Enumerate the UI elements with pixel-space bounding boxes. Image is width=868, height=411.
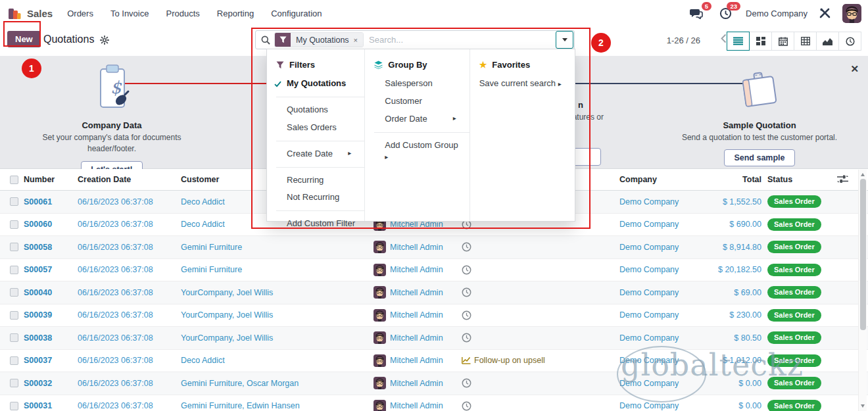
customer-link[interactable]: YourCompany, Joel Willis xyxy=(181,333,273,343)
group-by-customer[interactable]: Customer xyxy=(365,93,469,110)
company-link[interactable]: Demo Company xyxy=(619,265,679,274)
customer-link[interactable]: Gemini Furniture xyxy=(181,265,242,274)
quotation-number-link[interactable]: S00060 xyxy=(24,220,52,229)
header-number[interactable]: Number xyxy=(18,175,74,184)
graph-view-button[interactable] xyxy=(816,32,839,51)
company-link[interactable]: Demo Company xyxy=(619,333,679,343)
row-checkbox[interactable] xyxy=(10,356,18,365)
send-sample-button[interactable]: Send sample xyxy=(724,149,794,166)
calendar-view-button[interactable] xyxy=(771,32,794,51)
row-checkbox[interactable] xyxy=(10,266,18,274)
salesperson-link[interactable]: Mitchell Admin xyxy=(390,379,443,388)
table-row[interactable]: S00037 06/16/2023 06:37:08 Deco Addict xyxy=(0,350,868,373)
menu-to-invoice[interactable]: To Invoice xyxy=(110,9,149,18)
table-row[interactable]: S00032 06/16/2023 06:37:08 Gemini Furnit… xyxy=(0,372,868,395)
company-link[interactable]: Demo Company xyxy=(619,220,679,229)
activity-clock-icon[interactable] xyxy=(462,310,471,320)
customer-link[interactable]: Gemini Furniture, Edwin Hansen xyxy=(181,401,300,410)
user-avatar[interactable] xyxy=(842,4,861,23)
customer-link[interactable]: Deco Addict xyxy=(181,220,225,229)
company-link[interactable]: Demo Company xyxy=(619,197,679,206)
close-icon[interactable]: ✕ xyxy=(850,64,859,74)
messages-button[interactable]: 5 xyxy=(688,6,705,20)
table-row[interactable]: S00039 06/16/2023 06:37:08 YourCompany, … xyxy=(0,304,868,327)
filter-recurring[interactable]: Recurring xyxy=(267,172,364,189)
header-total[interactable]: Total xyxy=(702,175,761,184)
customer-link[interactable]: YourCompany, Joel Willis xyxy=(181,310,273,320)
customer-link[interactable]: YourCompany, Joel Willis xyxy=(181,288,273,297)
filter-quotations[interactable]: Quotations xyxy=(267,101,364,119)
facet-remove-icon[interactable]: × xyxy=(354,36,358,44)
row-checkbox[interactable] xyxy=(10,379,18,387)
customer-link[interactable]: Gemini Furniture xyxy=(181,243,242,252)
row-checkbox[interactable] xyxy=(10,220,18,229)
scroll-up-icon[interactable] xyxy=(861,173,865,176)
company-link[interactable]: Demo Company xyxy=(619,379,679,388)
salesperson-link[interactable]: Mitchell Admin xyxy=(390,356,443,365)
header-status[interactable]: Status xyxy=(761,175,834,184)
company-link[interactable]: Demo Company xyxy=(619,356,679,365)
save-current-search[interactable]: Save current search ▸ xyxy=(470,75,575,93)
scroll-down-icon[interactable] xyxy=(861,404,865,408)
group-by-salesperson[interactable]: Salesperson xyxy=(365,75,469,93)
quotation-number-link[interactable]: S00031 xyxy=(24,401,52,410)
table-row[interactable]: S00031 06/16/2023 06:37:08 Gemini Furnit… xyxy=(0,395,868,411)
quotation-number-link[interactable]: S00058 xyxy=(24,243,52,252)
menu-orders[interactable]: Orders xyxy=(67,9,93,18)
app-switcher[interactable]: Sales xyxy=(8,7,53,20)
filter-not-recurring[interactable]: Not Recurring xyxy=(267,189,364,206)
activity-clock-icon[interactable] xyxy=(462,333,471,343)
filter-sales-orders[interactable]: Sales Orders xyxy=(267,119,364,137)
activity-label[interactable]: Follow-up on upsell xyxy=(462,356,545,365)
company-link[interactable]: Demo Company xyxy=(619,310,679,320)
quotation-number-link[interactable]: S00037 xyxy=(24,356,52,365)
header-creation-date[interactable]: Creation Date xyxy=(74,175,176,184)
table-row[interactable]: S00040 06/16/2023 06:37:08 YourCompany, … xyxy=(0,281,868,304)
salesperson-link[interactable]: Mitchell Admin xyxy=(390,288,443,297)
quotation-number-link[interactable]: S00040 xyxy=(24,288,52,297)
menu-products[interactable]: Products xyxy=(166,9,199,18)
row-checkbox[interactable] xyxy=(10,197,18,206)
activities-button[interactable]: 23 xyxy=(717,6,734,20)
quotation-number-link[interactable]: S00038 xyxy=(24,333,52,343)
table-scrollbar[interactable] xyxy=(858,170,867,411)
new-button[interactable]: New xyxy=(7,31,41,47)
salesperson-link[interactable]: Mitchell Admin xyxy=(390,265,443,274)
quotation-number-link[interactable]: S00057 xyxy=(24,265,52,274)
list-view-button[interactable] xyxy=(727,32,750,51)
activity-clock-icon[interactable] xyxy=(462,378,471,388)
add-custom-filter[interactable]: Add Custom Filter xyxy=(267,215,364,233)
activity-clock-icon[interactable] xyxy=(462,287,471,297)
menu-configuration[interactable]: Configuration xyxy=(271,9,322,18)
table-row[interactable]: S00058 06/16/2023 06:37:08 Gemini Furnit… xyxy=(0,236,868,259)
activity-view-button[interactable] xyxy=(838,32,861,51)
company-switcher[interactable]: Demo Company xyxy=(746,9,808,18)
quotation-number-link[interactable]: S00061 xyxy=(24,197,52,206)
activity-clock-icon[interactable] xyxy=(462,242,471,252)
quotation-number-link[interactable]: S00039 xyxy=(24,310,52,320)
salesperson-link[interactable]: Mitchell Admin xyxy=(390,333,443,343)
kanban-view-button[interactable] xyxy=(749,32,772,51)
row-checkbox[interactable] xyxy=(10,243,18,251)
row-checkbox[interactable] xyxy=(10,311,18,320)
salesperson-link[interactable]: Mitchell Admin xyxy=(390,243,443,252)
row-checkbox[interactable] xyxy=(10,288,18,297)
customer-link[interactable]: Gemini Furniture, Oscar Morgan xyxy=(181,379,299,388)
quotation-number-link[interactable]: S00032 xyxy=(24,379,52,388)
row-checkbox[interactable] xyxy=(10,333,18,342)
header-company[interactable]: Company xyxy=(604,175,702,184)
select-all-checkbox[interactable] xyxy=(10,176,18,184)
gear-icon[interactable] xyxy=(100,36,109,45)
activity-clock-icon[interactable] xyxy=(462,401,471,411)
column-options-icon[interactable] xyxy=(837,174,848,187)
scrollbar-thumb[interactable] xyxy=(860,179,866,330)
table-row[interactable]: S00057 06/16/2023 06:37:08 Gemini Furnit… xyxy=(0,259,868,282)
add-custom-group[interactable]: Add Custom Group ▸ xyxy=(365,137,469,166)
filter-my-quotations[interactable]: My Quotations xyxy=(267,75,364,93)
group-by-order-date[interactable]: Order Date▸ xyxy=(365,110,469,128)
filter-create-date[interactable]: Create Date▸ xyxy=(267,145,364,163)
salesperson-link[interactable]: Mitchell Admin xyxy=(390,401,443,410)
company-link[interactable]: Demo Company xyxy=(619,401,679,410)
customer-link[interactable]: Deco Addict xyxy=(181,356,225,365)
activity-clock-icon[interactable] xyxy=(462,265,471,275)
